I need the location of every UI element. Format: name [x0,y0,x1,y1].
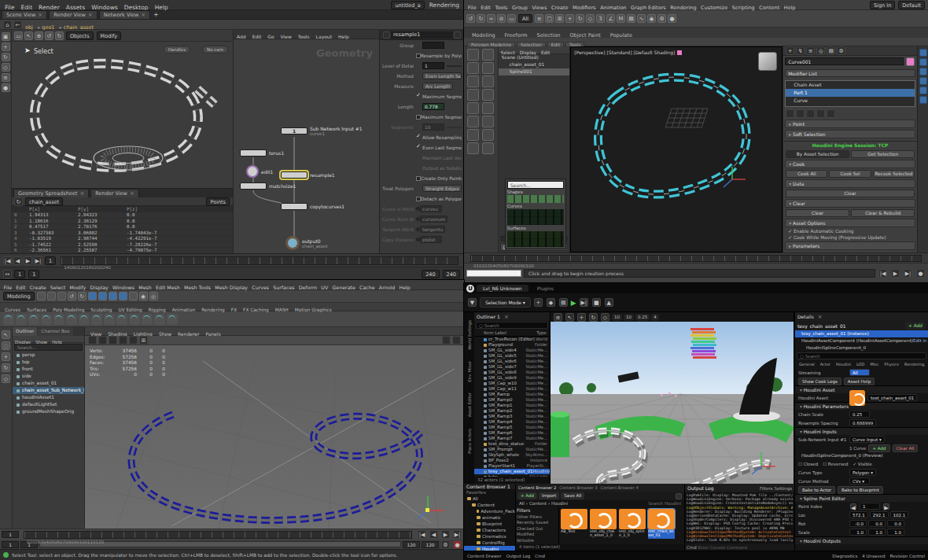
color-swatch[interactable] [906,57,915,66]
outliner-row[interactable]: SkySph_wholeSkyAtmo... [474,452,550,458]
data-clear-button[interactable]: Clear [786,190,915,197]
time-ruler[interactable]: 0102030405060708090100 [470,255,922,262]
cook-all-button[interactable]: Cook All [786,170,827,178]
mode-dropdown[interactable]: Selection Mode ▾ [480,297,531,308]
log-filters-dropdown[interactable]: Filters [760,486,773,491]
hierarchy-tab-icon[interactable]: ≡ [806,46,815,55]
curve-tool-icon[interactable] [28,314,39,325]
camera-speed-value[interactable]: 4 [651,314,659,321]
new-tab-button[interactable]: + [150,11,161,18]
curve-tool-icon[interactable] [66,314,77,325]
handles-pill[interactable]: Handles [164,46,190,53]
save-icon[interactable]: ▼ [468,298,477,307]
param-row[interactable]: Maintain Last Vertex [380,153,464,163]
display-tab-icon[interactable]: ▤ [827,46,835,55]
param-row[interactable]: Segments 10 [380,122,464,132]
lasso-icon[interactable]: ▭ [14,31,23,40]
modify-dropdown[interactable]: Modify [97,31,122,40]
network-menu-item[interactable]: Go [264,34,277,39]
rot-z-field[interactable]: 0.0 [887,520,904,527]
curve-tool-icon[interactable] [16,314,27,325]
rotate-icon[interactable]: ↻ [2,363,10,372]
console-command-input[interactable]: Enter Console Command [698,545,747,550]
pane-tab[interactable]: Network View× [99,10,151,19]
param-row[interactable]: Curve Num Attribute curvenum [380,214,464,224]
param-row[interactable]: Maximum Segments [380,112,464,122]
node-torus[interactable]: torus1 [240,149,284,157]
outliner-item[interactable]: persp [13,352,84,359]
asset-dropdown[interactable]: test_chain_asset_01 [867,394,917,401]
curve-tool-icon[interactable] [3,314,14,325]
outliner-item[interactable]: groundMeshShapeOrig [13,408,84,415]
select-icon[interactable]: ↖ [2,330,10,339]
menu-item[interactable]: Content [757,5,782,11]
menu-item[interactable]: Mesh Tools [182,285,212,290]
output-log-tab[interactable]: Output Log [687,485,713,491]
texture-icon[interactable] [119,336,127,344]
loc-x-field[interactable]: 572.1 [849,511,868,518]
outliner-row[interactable]: SM_Ramp6StaticMe... [474,430,550,436]
rect-select-icon[interactable]: □ [545,14,554,23]
select-icon[interactable]: ↖ [565,313,574,322]
edit-in-blueprint-link[interactable]: Edit in Blueprint [913,337,928,344]
motion-tab-icon[interactable]: ◎ [816,46,825,55]
scale-icon[interactable]: ◇ [2,374,10,383]
param-row[interactable]: Curve U Attribute curveu [380,204,464,214]
strip-icon[interactable] [919,77,927,85]
outliner-row[interactable]: SM_Ramp5StaticMe... [474,425,550,430]
stop-icon[interactable]: ■ [592,298,601,307]
bake-to-actor-button[interactable]: Bake to Actor [798,486,835,494]
play-icon[interactable]: ▶ [24,256,32,265]
content-browser-1-tab[interactable]: Content Browser 1 [466,484,510,489]
curve-tool-icon[interactable] [116,314,127,325]
undo-icon[interactable]: ↺ [466,14,475,23]
range-field[interactable]: 1 [2,541,19,548]
asset-tile[interactable]: test_obj_spline_1_0 [619,509,646,539]
shelf-tab[interactable]: Curves [2,308,24,312]
gear-icon[interactable] [454,31,461,39]
explorer-row[interactable]: Scene (Untitled) [499,54,569,61]
menu-item[interactable]: Arnold [377,285,397,290]
eject-icon[interactable]: ▲ [605,298,613,307]
tool-icon[interactable] [467,89,479,101]
back-icon[interactable]: ← [13,20,22,29]
modifier-list-dropdown[interactable]: Modifier List [785,69,915,77]
goto-end-icon[interactable]: ▶| [453,530,462,539]
outliner-header[interactable]: Item LabelType [474,330,550,337]
popup-icon-grid[interactable] [507,231,564,247]
shelf-tab[interactable]: Motion Graphics [292,308,335,312]
tree-folder[interactable]: Favorites [464,489,515,496]
configure-icon[interactable] [827,109,835,118]
unreal-3d-viewport[interactable] [551,322,794,484]
section-spline-point-editor[interactable]: Spline Point Editor [795,494,928,502]
tool-icon[interactable] [482,89,494,101]
network-menu-item[interactable]: Tools [295,34,313,39]
max-3d-viewport[interactable]: [Perspective] [Standard] [Default Shadin… [570,46,783,252]
group-dropdown[interactable]: Points [206,197,230,206]
strip-icon[interactable] [919,58,927,66]
param-row[interactable]: Copy Distance Attr ptdist [380,234,464,245]
select-icon[interactable]: ▣ [2,32,10,41]
menu-item[interactable]: Mesh [137,285,154,290]
play-reverse-icon[interactable]: ◀ [13,256,22,265]
menu-item[interactable]: Customize [698,5,730,11]
loc-z-field[interactable]: 102.1 [890,511,909,518]
content-browser-tab[interactable]: Content Browser 2 [518,485,556,490]
curve-tool-icon[interactable] [154,314,165,325]
node-input[interactable]: 1 Sub Network Input #1curve1 [281,126,363,136]
isolate-icon[interactable] [442,336,451,344]
outliner-row[interactable]: SM_Ramp2StaticMe... [474,408,550,414]
goto-end-icon[interactable]: ▶| [34,256,42,265]
max-timeline[interactable]: 0102030405060708090100 [464,252,928,263]
clear-rebuild-button[interactable]: Clear & Rebuild [851,209,915,217]
curve-tool-icon[interactable] [53,314,64,325]
curve-tool-icon[interactable] [167,314,178,325]
param-row[interactable]: Maximum Segment Length [380,91,464,101]
cmd-dropdown[interactable]: Cmd [687,545,697,550]
content-browser-tab[interactable]: Content Browser 3 [559,485,597,490]
blueprints-icon[interactable]: ◆ [547,298,555,307]
camera-pill[interactable]: No cam [202,46,228,53]
outliner-row[interactable]: SM_Ramp0StaticMe... [474,397,550,403]
popup-icon-grid[interactable] [507,209,564,225]
goto-end-icon[interactable]: ▶| [904,269,912,278]
